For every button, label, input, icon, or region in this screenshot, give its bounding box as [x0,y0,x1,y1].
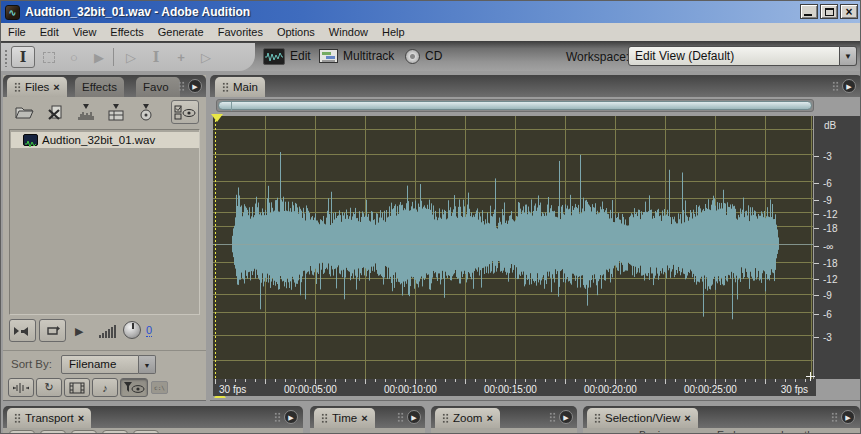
main-tab-grip-icon[interactable] [222,82,229,93]
menu-generate[interactable]: Generate [151,23,211,41]
selection-view-body: Begin End Length [583,428,860,434]
tab-selection-view-close-icon[interactable]: × [684,413,690,423]
loop-play-button[interactable] [39,319,66,342]
playhead-line[interactable] [215,116,216,379]
timeline-tick-mark [355,379,356,382]
horizontal-scrollbar[interactable] [216,99,814,112]
tab-selection-view[interactable]: Selection/View × [587,408,698,428]
menu-window[interactable]: Window [322,23,375,41]
timeline-ruler[interactable]: 30 fps00:00:05:0000:00:10:0000:00:15:000… [213,379,816,396]
waveform-display[interactable] [213,116,813,379]
show-loop-files-button[interactable]: ↻ [36,378,62,397]
scrub-icon: ▶ [94,50,104,65]
time-menu-button[interactable]: ▶ [407,410,421,424]
toolbar-grip[interactable] [4,49,8,67]
timeline-tick-mark [755,379,756,382]
transport-button-4[interactable] [102,430,128,434]
tab-effects[interactable]: Effects [75,77,124,97]
menu-options[interactable]: Options [270,23,322,41]
db-unit-label: dB [824,120,836,131]
import-file-button[interactable] [11,100,37,124]
maximize-button[interactable] [820,4,838,19]
transport-menu-button[interactable]: ▶ [284,410,298,424]
insert-into-cd-button[interactable] [133,100,159,124]
files-panel-menu-button[interactable]: ▶ [188,79,202,93]
show-midi-files-button[interactable]: ♪ [92,378,118,397]
file-path-badge[interactable]: c:\ [151,381,168,394]
transport-button-2[interactable] [40,430,66,434]
menu-help[interactable]: Help [375,23,412,41]
close-button[interactable]: × [840,4,858,19]
transport-button-3[interactable] [71,430,97,434]
playhead-top-marker[interactable] [211,114,223,122]
edit-view-button[interactable]: Edit [263,46,311,66]
preview-volume-bars[interactable] [99,324,119,338]
show-video-files-button[interactable] [64,378,90,397]
tab-files-close-icon[interactable]: × [53,82,59,92]
close-file-button[interactable] [43,100,69,124]
selection-view-menu-button[interactable]: ▶ [841,410,855,424]
tab-zoom-close-icon[interactable]: × [486,413,492,423]
db-tick-label: -12 [823,275,837,285]
move-copy-clip-tool[interactable]: + [169,46,193,68]
toolbar: I ○ ▶ ▷ I + ▷ Edit Multitrack [1,41,861,71]
tab-transport-close-icon[interactable]: × [78,413,84,423]
menu-edit[interactable]: Edit [33,23,66,41]
zoom-menu-button[interactable]: ▶ [559,410,573,424]
insert-waveform-icon [76,103,96,121]
tab-transport[interactable]: Transport × [7,408,91,428]
selection-view-grip-icon[interactable] [594,413,601,424]
main-panel-menu-button[interactable]: ▶ [842,79,856,93]
show-audio-files-button[interactable] [8,378,34,397]
menu-favorites[interactable]: Favorites [211,23,270,41]
sort-by-select[interactable]: Filename [61,355,139,374]
insert-into-multitrack-button[interactable] [103,100,129,124]
time-selection-tool-2[interactable]: I [144,46,168,68]
preview-play-icon[interactable]: ▶ [75,325,83,338]
waveform-canvas[interactable] [213,116,813,379]
insert-into-edit-button[interactable] [73,100,99,124]
tab-time[interactable]: Time × [314,408,375,428]
preview-volume-value[interactable]: 0 [146,324,152,337]
amplitude-ruler[interactable]: dB -3-6-9-12-18-∞-18-12-9-6-3 [814,116,861,379]
filter-options-button[interactable] [120,378,148,397]
transport-grip-icon[interactable] [14,413,21,424]
workspace-select[interactable]: Edit View (Default) [628,46,840,66]
scrollbar-thumb[interactable] [218,101,812,110]
tab-time-close-icon[interactable]: × [361,413,367,423]
title-bar[interactable]: ∿ Audtion_32bit_01.wav - Adobe Audition … [1,1,861,23]
lasso-selection-tool[interactable]: ○ [62,46,86,68]
minimize-button[interactable] [800,4,818,19]
menu-file[interactable]: File [1,23,33,41]
timeline-tick-mark [545,379,546,382]
scrub-tool[interactable]: ▶ [87,46,111,68]
tab-files[interactable]: Files × [7,77,67,97]
hybrid-tool[interactable]: ▷ [119,46,143,68]
auto-play-button[interactable] [9,319,36,342]
zoom-grip-icon[interactable] [442,413,449,424]
cd-view-button[interactable]: CD [405,46,442,66]
preview-transport: ▶ 0 [3,317,206,347]
timeline-tick-mark [585,379,586,382]
scrub-tool-2[interactable]: ▷ [194,46,218,68]
sort-by-dropdown-arrow[interactable]: ▼ [139,355,156,374]
tab-grip-icon[interactable] [14,82,21,93]
file-row-selected[interactable]: Audtion_32bit_01.wav [11,132,199,148]
time-grip-icon[interactable] [321,413,328,424]
workspace-dropdown-arrow[interactable]: ▼ [840,46,857,66]
timeline-time-label: 00:00:25:00 [684,384,737,395]
show-options-button[interactable] [171,100,199,124]
menu-effects[interactable]: Effects [103,23,150,41]
tab-favorites[interactable]: Favo [136,77,180,97]
time-selection-tool[interactable]: I [11,46,35,68]
tab-zoom[interactable]: Zoom × [435,408,500,428]
preview-volume-knob[interactable] [123,321,141,339]
multitrack-view-button[interactable]: Multitrack [319,46,394,66]
tab-main[interactable]: Main [215,77,265,97]
transport-button-1[interactable] [9,430,35,434]
file-list[interactable]: Audtion_32bit_01.wav [9,129,200,315]
marquee-selection-tool[interactable] [37,46,61,68]
menu-view[interactable]: View [66,23,104,41]
db-tick-label: -6 [823,310,832,320]
transport-button-5[interactable] [133,430,159,434]
